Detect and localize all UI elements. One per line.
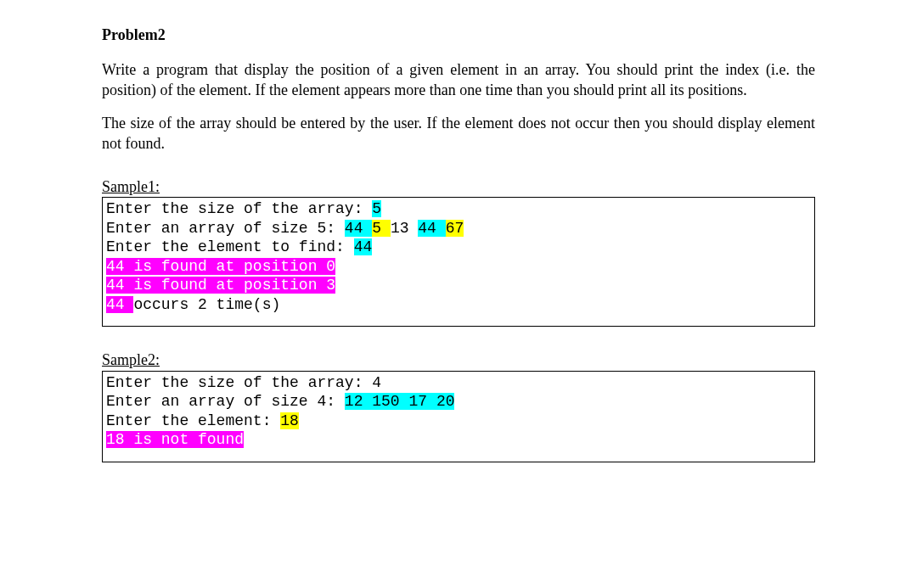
sample1-line2-v5: 67 [446,220,464,237]
sample1-line1-prompt: Enter the size of the array: [106,200,372,217]
sample2-line2-prompt: Enter an array of size 4: [106,393,345,410]
sample1-line1: Enter the size of the array: 5 [106,199,811,219]
sample2-line2-value: 12 150 17 20 [345,393,455,410]
sample1-line1-value: 5 [372,200,381,217]
sample1-line2-v1: 44 [345,220,372,237]
sample1-line4: 44 is found at position 0 [106,257,811,277]
sample2-line4-text: 18 is not found [106,431,244,448]
problem-heading: Problem2 [102,25,815,45]
sample1-box: Enter the size of the array: 5 Enter an … [102,197,815,327]
sample1-line5-text: 44 is found at position 3 [106,277,335,294]
sample2-line1-value: 4 [372,374,381,391]
sample2-line1-prompt: Enter the size of the array: [106,374,372,391]
sample2-line4: 18 is not found [106,430,811,450]
sample1-line2-v4: 44 [418,220,445,237]
sample1-line3: Enter the element to find: 44 [106,238,811,257]
sample1-line3-prompt: Enter the element to find: [106,238,354,255]
sample2-label: Sample2: [102,350,815,370]
problem-description-2: The size of the array should be entered … [102,114,815,154]
sample2-line3: Enter the element: 18 [106,412,811,431]
sample1-line2-v2: 5 [372,220,391,237]
sample1-line6-b: occurs 2 time(s) [133,296,280,313]
sample1-line6-a: 44 [106,296,133,313]
sample1-line6: 44 occurs 2 time(s) [106,295,811,315]
sample1-label: Sample1: [102,177,815,197]
sample2-line2: Enter an array of size 4: 12 150 17 20 [106,392,811,412]
sample1-line4-text: 44 is found at position 0 [106,258,335,275]
sample1-line3-value: 44 [354,238,373,255]
sample1-line2-prompt: Enter an array of size 5: [106,220,345,237]
sample2-line3-value: 18 [280,412,299,429]
sample1-line5: 44 is found at position 3 [106,276,811,295]
sample1-line2: Enter an array of size 5: 44 5 13 44 67 [106,219,811,238]
sample2-line1: Enter the size of the array: 4 [106,373,811,393]
sample1-line2-v3: 13 [391,220,418,237]
sample2-line3-prompt: Enter the element: [106,412,280,429]
problem-description-1: Write a program that display the positio… [102,60,815,100]
sample2-box: Enter the size of the array: 4 Enter an … [102,371,815,462]
